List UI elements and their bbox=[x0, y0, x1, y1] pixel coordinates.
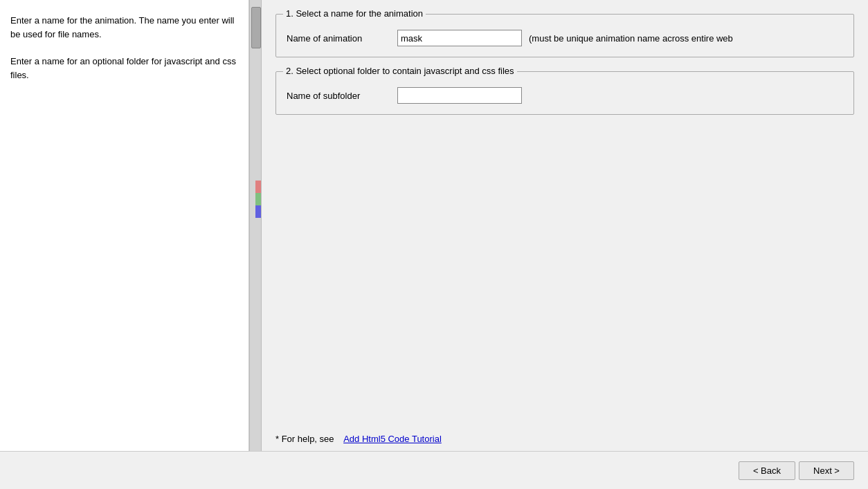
section-1-form-row: Name of animation (must be unique animat… bbox=[287, 30, 843, 46]
section-2-form-row: Name of subfolder bbox=[287, 87, 843, 104]
left-panel: Enter a name for the animation. The name… bbox=[0, 0, 249, 451]
right-panel: 1. Select a name for the animation Name … bbox=[262, 0, 868, 451]
animation-name-label: Name of animation bbox=[287, 33, 397, 44]
help-row: * For help, see Add Html5 Code Tutorial bbox=[275, 423, 854, 451]
section-1: 1. Select a name for the animation Name … bbox=[275, 14, 854, 57]
section-2-legend: 2. Select optional folder to contain jav… bbox=[283, 66, 517, 76]
scrollbar-track[interactable] bbox=[250, 0, 261, 451]
left-description-1: Enter a name for the animation. The name… bbox=[10, 14, 238, 41]
section-1-legend: 1. Select a name for the animation bbox=[283, 8, 426, 19]
color-block-red bbox=[255, 181, 261, 193]
help-link[interactable]: Add Html5 Code Tutorial bbox=[343, 434, 442, 444]
section-2: 2. Select optional folder to contain jav… bbox=[275, 71, 854, 115]
subfolder-input[interactable] bbox=[397, 87, 522, 104]
color-block-blue bbox=[255, 205, 261, 218]
color-block-green bbox=[255, 193, 261, 205]
help-text: * For help, see bbox=[275, 434, 334, 444]
next-button[interactable]: Next > bbox=[799, 461, 854, 480]
footer: < Back Next > bbox=[0, 451, 868, 489]
animation-name-input[interactable] bbox=[397, 30, 522, 46]
scrollbar-thumb[interactable] bbox=[251, 7, 261, 48]
back-button[interactable]: < Back bbox=[739, 461, 795, 480]
main-layout: Enter a name for the animation. The name… bbox=[0, 0, 868, 451]
scrollbar-area[interactable] bbox=[249, 0, 262, 451]
color-blocks bbox=[255, 181, 261, 218]
left-description-2: Enter a name for an optional folder for … bbox=[10, 55, 238, 82]
subfolder-label: Name of subfolder bbox=[287, 91, 397, 101]
animation-name-hint: (must be unique animation name across en… bbox=[529, 33, 733, 44]
content-area: 1. Select a name for the animation Name … bbox=[275, 14, 854, 451]
